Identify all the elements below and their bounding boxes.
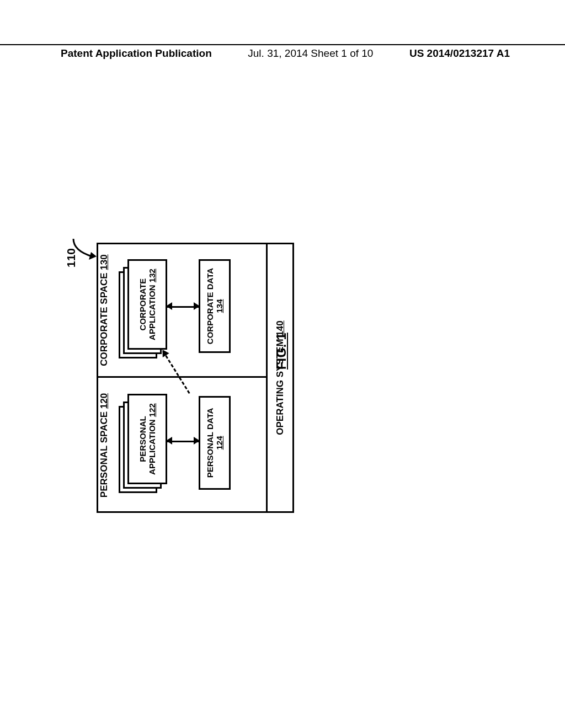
personal-space-title-text: PERSONAL SPACE	[99, 409, 109, 497]
personal-data-text: PERSONAL DATA	[205, 408, 215, 478]
personal-data-box: PERSONAL DATA 124	[199, 396, 231, 490]
page-header: Patent Application Publication Jul. 31, …	[0, 44, 565, 63]
corporate-application-num: 132	[147, 269, 157, 282]
corporate-application-text: CORPORATE APPLICATION	[138, 279, 157, 340]
corporate-space-title: CORPORATE SPACE 130	[99, 243, 110, 378]
corporate-application-box: CORPORATE APPLICATION 132	[119, 259, 168, 358]
header-publication: Patent Application Publication	[61, 45, 212, 60]
header-pubnumber: US 2014/0213217 A1	[409, 45, 510, 60]
corporate-app-data-arrow	[167, 306, 199, 308]
corporate-space-title-text: CORPORATE SPACE	[99, 270, 109, 366]
space-divider	[97, 376, 268, 378]
reference-leader-icon	[70, 234, 98, 262]
operating-system-text: OPERATING SYSTEM	[275, 336, 285, 435]
corporate-data-box: CORPORATE DATA 134	[199, 259, 231, 353]
personal-space-title: PERSONAL SPACE 120	[99, 378, 110, 513]
corporate-data-num: 134	[215, 299, 224, 313]
corporate-data-text: CORPORATE DATA	[205, 268, 215, 344]
page: Patent Application Publication Jul. 31, …	[0, 0, 565, 728]
svg-marker-0	[89, 252, 97, 260]
corporate-space-title-num: 130	[99, 254, 109, 270]
header-date-sheet: Jul. 31, 2014 Sheet 1 of 10	[248, 45, 373, 60]
operating-system-box: OPERATING SYSTEM 140	[268, 243, 294, 513]
personal-application-box: PERSONAL APPLICATION 122	[119, 394, 168, 493]
personal-application-text: PERSONAL APPLICATION	[138, 416, 157, 475]
personal-data-num: 124	[215, 436, 224, 449]
personal-application-num: 122	[147, 403, 157, 417]
system-diagram: 110 PERSONAL SPACE 120 CORPORATE SPACE 1…	[97, 243, 295, 513]
personal-space-title-num: 120	[99, 393, 109, 409]
operating-system-num: 140	[275, 320, 285, 336]
personal-app-data-arrow	[167, 441, 199, 442]
